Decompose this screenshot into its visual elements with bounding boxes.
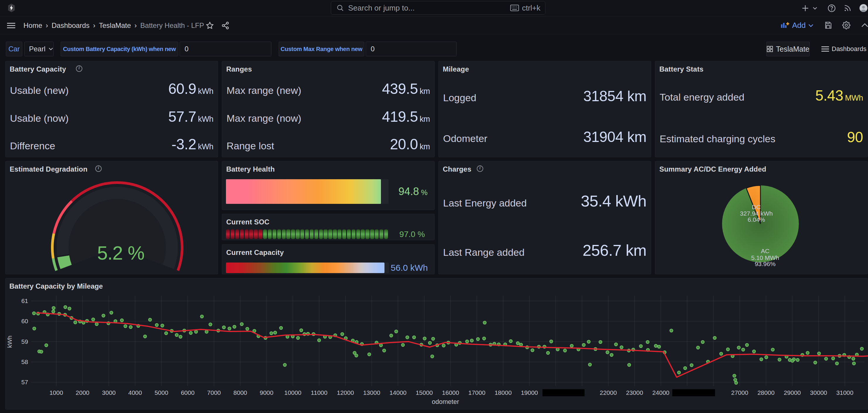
svg-text:61: 61 (21, 297, 28, 304)
svg-text:17000: 17000 (468, 389, 485, 396)
svg-text:11000: 11000 (311, 389, 328, 396)
svg-text:31000: 31000 (836, 389, 854, 396)
svg-text:30000: 30000 (810, 389, 827, 396)
svg-text:4000: 4000 (128, 389, 142, 396)
svg-text:6000: 6000 (181, 389, 194, 396)
svg-text:7000: 7000 (207, 389, 221, 396)
svg-text:23000: 23000 (626, 389, 643, 396)
svg-text:28000: 28000 (757, 389, 775, 396)
svg-text:24000: 24000 (652, 389, 669, 396)
svg-text:57: 57 (21, 379, 28, 385)
svg-text:Battery Capacity by Mileage: Battery Capacity by Mileage (9, 282, 103, 290)
svg-text:16000: 16000 (442, 389, 459, 396)
svg-text:13000: 13000 (363, 389, 380, 396)
svg-text:8000: 8000 (234, 389, 247, 396)
svg-text:22000: 22000 (599, 389, 617, 396)
svg-text:15000: 15000 (416, 389, 433, 396)
svg-text:2000: 2000 (75, 389, 89, 396)
svg-text:kWh: kWh (6, 335, 13, 348)
svg-text:3000: 3000 (102, 389, 116, 396)
svg-text:29000: 29000 (784, 389, 801, 396)
svg-text:18000: 18000 (495, 389, 512, 396)
svg-text:10000: 10000 (284, 389, 301, 396)
svg-text:odometer: odometer (432, 398, 459, 405)
svg-text:60: 60 (21, 318, 28, 324)
svg-text:5000: 5000 (154, 389, 168, 396)
svg-text:12000: 12000 (337, 389, 354, 396)
svg-text:58: 58 (21, 358, 28, 365)
svg-text:14000: 14000 (390, 389, 406, 396)
svg-text:1000: 1000 (50, 389, 63, 396)
svg-text:9000: 9000 (260, 389, 273, 396)
svg-text:27000: 27000 (731, 389, 748, 396)
svg-text:19000: 19000 (521, 389, 538, 396)
svg-text:59: 59 (21, 338, 28, 345)
